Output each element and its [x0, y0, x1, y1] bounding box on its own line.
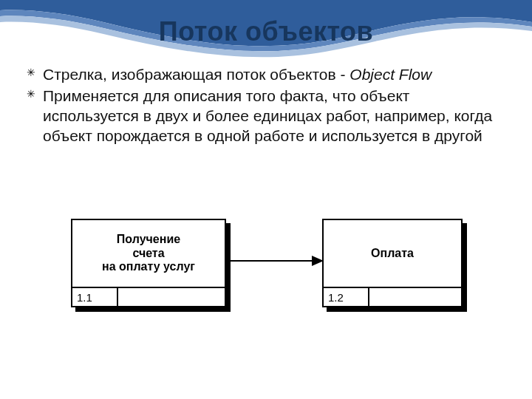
activity-box-right: Оплата 1.2 [322, 219, 463, 307]
bullet-emphasis: Object Flow [349, 66, 432, 83]
body-text: Стрелка, изображающая поток объектов - O… [27, 65, 510, 148]
activity-box-right-label: Оплата [324, 220, 461, 287]
bullet-item: Стрелка, изображающая поток объектов - O… [27, 65, 510, 85]
object-flow-arrow [228, 260, 313, 262]
activity-box-right-number: 1.2 [324, 288, 369, 306]
bullet-item: Применяется для описания того факта, что… [27, 86, 510, 146]
slide: Поток объектов Стрелка, изображающая пот… [0, 0, 532, 399]
object-flow-diagram: Получение счета на оплату услуг 1.1 Опла… [71, 219, 470, 344]
activity-box-left: Получение счета на оплату услуг 1.1 [71, 219, 226, 307]
slide-title: Поток объектов [0, 16, 532, 47]
bullet-text: Стрелка, изображающая поток объектов - [43, 66, 349, 83]
bullet-text: Применяется для описания того факта, что… [43, 87, 492, 144]
activity-box-left-number: 1.1 [72, 288, 118, 306]
arrow-head-icon [312, 256, 324, 266]
activity-box-left-label: Получение счета на оплату услуг [72, 220, 225, 287]
